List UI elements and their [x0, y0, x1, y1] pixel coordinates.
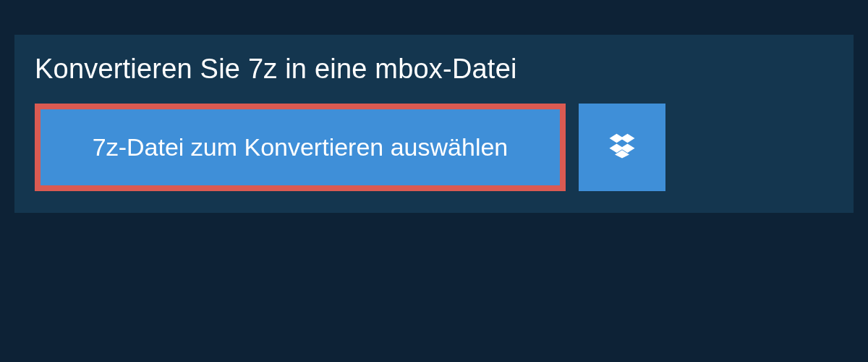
- button-row: 7z-Datei zum Konvertieren auswählen: [14, 104, 854, 213]
- page-title: Konvertieren Sie 7z in eine mbox-Datei: [14, 35, 854, 104]
- dropbox-icon: [608, 131, 637, 163]
- select-file-button[interactable]: 7z-Datei zum Konvertieren auswählen: [35, 104, 566, 191]
- dropbox-button[interactable]: [579, 104, 665, 191]
- converter-panel: Konvertieren Sie 7z in eine mbox-Datei 7…: [14, 35, 854, 213]
